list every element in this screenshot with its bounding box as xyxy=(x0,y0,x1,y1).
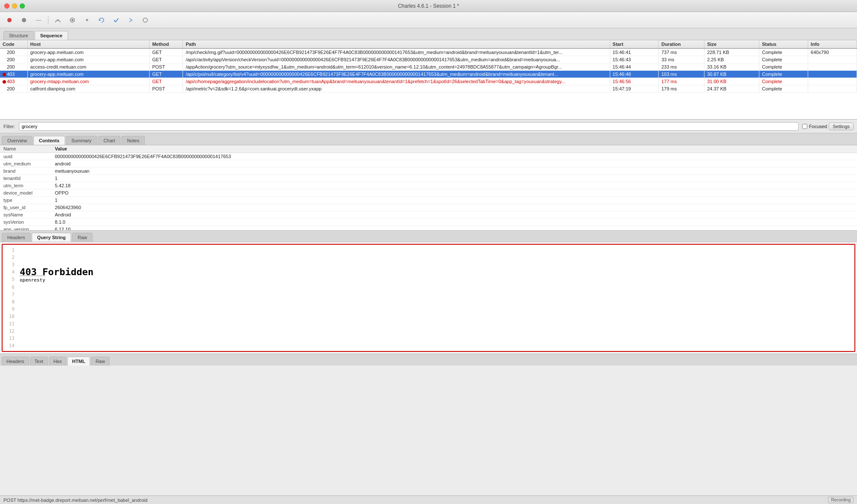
line-content: 403 Forbidden xyxy=(20,268,93,276)
nv-name: uuid xyxy=(0,153,51,160)
nv-value: OPPO xyxy=(51,189,857,197)
tab-query-string[interactable]: Query String xyxy=(32,233,72,242)
cell-method: GET xyxy=(150,56,183,63)
col-header-status[interactable]: Status xyxy=(759,40,808,48)
list-item: fp_user_id 2606423960 xyxy=(0,204,857,211)
status-dot xyxy=(3,80,6,84)
throttle-button[interactable] xyxy=(52,15,64,25)
tab-contents[interactable]: Contents xyxy=(33,136,65,145)
settings-button[interactable]: Settings xyxy=(829,123,854,130)
maximize-button[interactable] xyxy=(20,3,25,9)
nv-value: 6.12.10 xyxy=(51,226,857,231)
nv-name: type xyxy=(0,197,51,204)
svg-point-5 xyxy=(143,18,147,22)
cell-info xyxy=(808,56,857,63)
cell-start: 15:46:48 xyxy=(610,71,659,78)
col-header-path[interactable]: Path xyxy=(183,40,610,48)
record-button[interactable] xyxy=(3,15,15,25)
line-number: 9 xyxy=(6,306,15,313)
tab-text[interactable]: Text xyxy=(30,357,48,366)
tab-headers[interactable]: Headers xyxy=(2,233,31,242)
list-item: app_version 6.12.10 xyxy=(0,226,857,231)
code-line: 6 xyxy=(6,284,851,291)
code-line: 10 xyxy=(6,313,851,320)
tab-notes[interactable]: Notes xyxy=(121,136,145,145)
cell-duration: 233 ms xyxy=(659,63,704,71)
minimize-button[interactable] xyxy=(12,3,17,9)
table-row[interactable]: 403 grocery-app.meituan.com GET /api/c/p… xyxy=(0,71,857,78)
status-text: POST https://met-badge.dreport.meituan.n… xyxy=(3,498,147,503)
nv-name: tenantId xyxy=(0,175,51,182)
table-row[interactable]: 200 catfront.dianping.com POST /api/metr… xyxy=(0,85,857,93)
col-header-start[interactable]: Start xyxy=(610,40,659,48)
code-view[interactable]: 1 2 403 Forbidden 3 4 403 Forbidden 5 op… xyxy=(2,244,855,352)
line-number: 10 xyxy=(6,313,15,320)
table-row[interactable]: 403 grocery-mtapp.meituan.com GET /api/c… xyxy=(0,78,857,85)
session-table-wrapper[interactable]: Code Host Method Path Start Duration Siz… xyxy=(0,40,857,119)
name-value-table: uuid 000000000000000426E6CFB921473F9E26E… xyxy=(0,153,857,230)
session-table-body: 200 grocery-app.meituan.com GET /mp/chec… xyxy=(0,48,857,93)
nv-name: sysVerion xyxy=(0,219,51,226)
tab-html[interactable]: HTML xyxy=(67,357,90,366)
cell-path: /appAction/grocery?utm_source=mtyxysdhw_… xyxy=(183,63,610,71)
code-line: 3 xyxy=(6,261,851,268)
col-header-host[interactable]: Host xyxy=(27,40,150,48)
cell-method: POST xyxy=(150,85,183,93)
table-row[interactable]: 200 grocery-app.meituan.com GET /mp/chec… xyxy=(0,48,857,56)
close-button[interactable] xyxy=(4,3,9,9)
breakpoints-button[interactable] xyxy=(66,15,78,25)
cell-path: /api/c/homepage/aggregation/includelocat… xyxy=(183,78,610,85)
cell-path: /mp/check/img.gif?uuid=00000000000000042… xyxy=(183,48,610,56)
table-row[interactable]: 200 access-credit.meituan.com POST /appA… xyxy=(0,63,857,71)
filter-input[interactable] xyxy=(19,122,799,131)
nv-name: sysName xyxy=(0,211,51,219)
code-line: 7 xyxy=(6,291,851,298)
refresh-button[interactable] xyxy=(96,15,108,25)
title-bar: Charles 4.6.1 - Session 1 * xyxy=(0,0,857,12)
line-number: 1 xyxy=(6,246,15,254)
cell-info xyxy=(808,63,857,71)
compose-button[interactable]: ✦ xyxy=(81,15,93,25)
tab-structure[interactable]: Structure xyxy=(3,31,34,40)
tab-raw[interactable]: Raw xyxy=(72,233,93,242)
nv-col-name-header: Name xyxy=(0,145,51,153)
cell-start: 15:46:56 xyxy=(610,78,659,85)
col-header-code[interactable]: Code xyxy=(0,40,27,48)
tab-chart[interactable]: Chart xyxy=(98,136,121,145)
cell-host: grocery-app.meituan.com xyxy=(27,48,150,56)
forward-button[interactable] xyxy=(125,15,137,25)
list-item: sysName Android xyxy=(0,211,857,219)
validate-button[interactable] xyxy=(110,15,122,25)
stop-button[interactable] xyxy=(18,15,30,25)
cell-size: 228.71 KB xyxy=(704,48,759,56)
status-dot xyxy=(3,73,6,76)
table-row[interactable]: 200 grocery-app.meituan.com GET /api/c/a… xyxy=(0,56,857,63)
col-header-method[interactable]: Method xyxy=(150,40,183,48)
list-item: utm_medium android xyxy=(0,160,857,168)
tab-headers-response[interactable]: Headers xyxy=(2,357,29,366)
session-table-section: Code Host Method Path Start Duration Siz… xyxy=(0,40,857,120)
tab-sequence[interactable]: Sequence xyxy=(35,31,68,40)
col-header-info[interactable]: Info xyxy=(808,40,857,48)
nv-value: 000000000000000426E6CFB921473F9E26E4F7F4… xyxy=(51,153,857,160)
code-line: 13 xyxy=(6,335,851,342)
code-line: 2 403 Forbidden xyxy=(6,254,851,261)
name-value-header: Name Value xyxy=(0,145,857,153)
tools-button[interactable] xyxy=(139,15,151,25)
tab-raw-response[interactable]: Raw xyxy=(91,357,110,366)
nv-value: 5.42.18 xyxy=(51,182,857,189)
tab-summary[interactable]: Summary xyxy=(66,136,97,145)
tab-hex[interactable]: Hex xyxy=(49,357,67,366)
session-table: Code Host Method Path Start Duration Siz… xyxy=(0,40,857,93)
cell-duration: 177 ms xyxy=(659,78,704,85)
code-section: 1 2 403 Forbidden 3 4 403 Forbidden 5 op… xyxy=(0,242,857,354)
focused-area: Focused Settings xyxy=(802,123,854,130)
cell-host: grocery-app.meituan.com xyxy=(27,56,150,63)
separator-button[interactable]: — xyxy=(33,15,45,25)
tab-overview[interactable]: Overview xyxy=(2,136,33,145)
col-header-size[interactable]: Size xyxy=(704,40,759,48)
status-dot xyxy=(3,58,6,62)
name-value-section[interactable]: uuid 000000000000000426E6CFB921473F9E26E… xyxy=(0,153,857,230)
col-header-duration[interactable]: Duration xyxy=(659,40,704,48)
focused-checkbox[interactable] xyxy=(802,124,807,129)
